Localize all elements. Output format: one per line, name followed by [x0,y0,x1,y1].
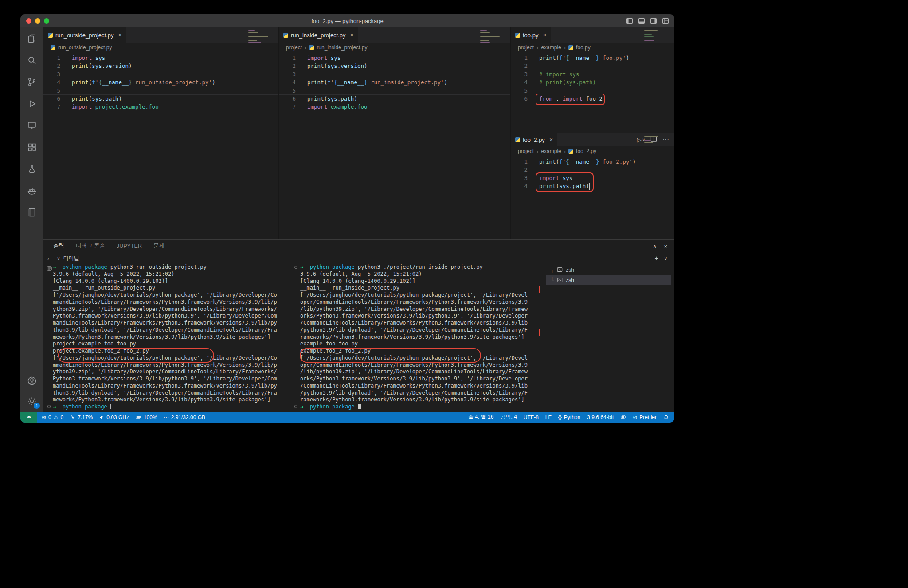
code-line: 7import project.example.foo [43,103,278,111]
globe-icon[interactable] [620,414,626,420]
chevron-down-icon[interactable]: ∨ [57,256,60,261]
terminal-pane-right[interactable]: → python-package python3 ./project/run_i… [293,264,543,412]
close-panel-icon[interactable]: × [664,243,667,250]
terminal-list-item-zsh-2[interactable]: └ zsh [546,275,671,285]
minimap[interactable] [644,136,669,144]
panel-tab-jupyter[interactable]: JUPYTER [117,240,142,252]
close-icon[interactable]: × [549,136,553,143]
remote-explorer-icon[interactable] [26,120,38,131]
toggle-secondary-sidebar-icon[interactable] [650,17,657,24]
encoding[interactable]: UTF-8 [524,414,539,420]
editor-group-3-top: foo.py × ⋯ project › example › foo.py 1p… [510,27,674,133]
cursor-position[interactable]: 줄 4, 열 16 [468,413,493,421]
breadcrumb-item[interactable]: project [518,148,534,154]
code-editor-run-outside[interactable]: 1import sys2print(sys.version)34print(f'… [43,52,278,239]
cpu-usage[interactable]: 7.17% [70,414,93,420]
battery-status[interactable]: 100% [135,414,157,420]
panel-tab-problems[interactable]: 문제 [153,240,164,252]
notifications-bell-icon[interactable] [663,414,669,420]
cpu-frequency[interactable]: 0.03 GHz [99,414,129,420]
code-line: 4print(f'{__name__} run_inside_project.p… [279,78,510,86]
customize-layout-icon[interactable] [662,17,669,24]
run-and-debug-icon[interactable] [26,98,38,110]
indentation[interactable]: 공백: 4 [500,413,517,421]
terminal-cursor [358,404,361,409]
code-editor-run-inside[interactable]: 1import sys2print(sys.version)34print(f'… [279,52,510,239]
terminal-line: ['/Users/janghoo/dev/tutorials/python-pa… [300,355,543,362]
chevron-right-icon[interactable]: › [47,255,49,262]
code-editor-foo2[interactable]: 1print(f'{__name__} foo_2.py')23import s… [511,156,674,238]
breadcrumb-item[interactable]: run_inside_project.py [317,44,367,51]
close-icon[interactable]: × [543,31,546,39]
breadcrumb-item[interactable]: example [541,44,561,51]
close-icon[interactable]: × [350,31,354,39]
extensions-icon[interactable] [26,141,38,153]
minimap[interactable] [248,30,273,44]
python-file-icon [568,45,573,50]
breadcrumb-item[interactable]: foo.py [576,44,591,51]
battery-value: 100% [144,414,157,420]
terminal-list-item-zsh-1[interactable]: ┌ zsh [546,265,671,275]
breadcrumb-item[interactable]: project [518,44,534,51]
errors-icon: ⊗ [42,414,46,420]
new-terminal-icon[interactable]: + [654,255,658,262]
minimap[interactable] [480,30,505,44]
terminal-line: meworks/Python3.framework/Versions/3.9/l… [53,396,293,404]
errors-count: 0 [48,414,51,420]
zoom-window-button[interactable] [44,18,49,24]
breadcrumb-item[interactable]: run_outside_project.py [58,44,112,51]
toggle-primary-sidebar-icon[interactable] [626,17,633,24]
source-control-icon[interactable] [26,76,38,88]
notebook-icon[interactable] [26,207,38,218]
breadcrumb-item[interactable]: project [286,44,302,51]
code-editor-foo[interactable]: 1print(f'{__name__} foo.py')23# import s… [511,52,674,133]
panel-tab-output[interactable]: 출력 [53,240,64,252]
close-icon[interactable]: × [118,31,122,39]
account-icon[interactable] [26,375,38,387]
maximize-panel-icon[interactable]: ∧ [653,243,657,250]
language-mode[interactable]: {} Python [558,414,580,420]
minimize-window-button[interactable] [35,18,40,24]
breadcrumb-separator: › [564,44,566,51]
remote-indicator[interactable]: >< [20,412,37,423]
window-title: foo_2.py — python-package [20,18,674,24]
settings-gear-icon[interactable]: 1 [26,396,38,407]
memory-usage[interactable]: ⋯ 2.91/32.00 GB [164,414,205,420]
warnings-icon: ⚠ [54,414,59,420]
breadcrumb-item[interactable]: example [541,148,561,154]
python-interpreter[interactable]: 3.9.6 64-bit [587,414,614,420]
terminal-line: [Clang 14.0.0 (clang-1400.0.29.102)] [53,278,293,285]
terminal-line: → python-package [53,404,293,411]
terminal-line: oper/CommandLineTools/Library/Frameworks… [300,362,543,369]
formatter-status[interactable]: ⊘ Prettier [633,414,657,420]
explorer-icon[interactable] [26,33,38,44]
code-line: 5 [43,87,278,95]
tab-run-inside-project[interactable]: run_inside_project.py × [279,27,358,43]
code-line: 4print(f'{__name__} run_outside_project.… [43,78,278,86]
code-line: 1import sys [279,54,510,62]
code-line: 3# import sys [511,71,674,78]
terminal-line: Python3.framework/Versions/3.9/lib/pytho… [53,313,293,320]
docker-icon[interactable] [26,185,38,196]
pulse-icon [70,414,75,420]
problems-status[interactable]: ⊗ 0 ⚠ 0 [42,414,63,420]
terminal-pane-left[interactable]: → python-package python3 run_outside_pro… [43,264,293,412]
code-line: 1print(f'{__name__} foo_2.py') [511,158,674,166]
tab-label: foo.py [523,32,538,39]
tab-foo2[interactable]: foo_2.py × [511,133,557,146]
tab-run-outside-project[interactable]: run_outside_project.py × [43,27,126,43]
eol-sequence[interactable]: LF [545,414,552,420]
close-window-button[interactable] [26,18,31,24]
toggle-panel-icon[interactable] [638,17,645,24]
testing-icon[interactable] [26,163,38,175]
code-line: 1print(f'{__name__} foo.py') [511,54,674,62]
terminal-dropdown-icon[interactable]: ∨ [664,256,667,261]
breadcrumb-item[interactable]: foo_2.py [576,148,596,154]
terminal-prompt-decoration [294,405,297,408]
minimap[interactable] [644,30,669,42]
search-icon[interactable] [26,55,38,66]
terminal-label: zsh [566,277,574,283]
panel-tab-debug-console[interactable]: 디버그 콘솔 [76,240,105,252]
tab-foo[interactable]: foo.py × [511,27,551,43]
settings-badge: 1 [34,403,40,409]
